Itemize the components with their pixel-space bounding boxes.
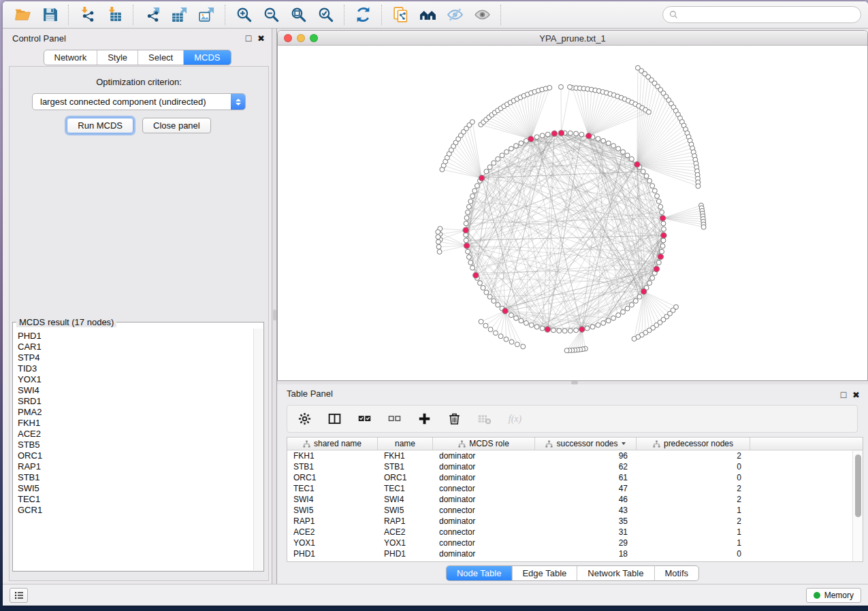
graph-node[interactable]	[579, 132, 584, 137]
mcds-hub-node[interactable]	[661, 233, 667, 239]
hide-selected-button[interactable]	[441, 4, 468, 26]
graph-node[interactable]	[646, 110, 651, 114]
export-table-button[interactable]	[165, 4, 193, 26]
delete-row-button[interactable]	[447, 412, 462, 426]
graph-node[interactable]	[509, 313, 513, 318]
graph-node[interactable]	[551, 328, 556, 333]
zoom-fit-button[interactable]	[285, 4, 312, 26]
mcds-hub-node[interactable]	[585, 133, 592, 139]
graph-node[interactable]	[558, 84, 563, 89]
column-header-successor-nodes[interactable]: successor nodes	[535, 437, 637, 450]
table-row[interactable]: FKH1FKH1dominator962	[287, 450, 852, 461]
graph-node[interactable]	[633, 299, 638, 303]
graph-node[interactable]	[656, 199, 661, 203]
graph-node[interactable]	[468, 199, 473, 203]
refresh-layout-button[interactable]	[349, 4, 376, 26]
graph-node[interactable]	[621, 310, 626, 314]
graph-node[interactable]	[661, 221, 666, 226]
graph-node[interactable]	[606, 141, 611, 146]
mcds-hub-node[interactable]	[558, 130, 564, 136]
table-row[interactable]: ORC1ORC1dominator610	[287, 472, 852, 483]
network-file-button[interactable]	[387, 4, 414, 26]
graph-node[interactable]	[650, 184, 655, 188]
import-table-button[interactable]	[101, 4, 128, 26]
run-mcds-button[interactable]: Run MCDS	[67, 118, 133, 133]
graph-node[interactable]	[647, 280, 652, 285]
graph-node[interactable]	[484, 290, 489, 295]
graph-node[interactable]	[524, 320, 528, 325]
graph-node[interactable]	[625, 153, 630, 158]
table-row[interactable]: SWI5SWI5connector431	[287, 505, 852, 516]
open-file-button[interactable]	[9, 4, 36, 26]
graph-node[interactable]	[652, 188, 657, 193]
graph-node[interactable]	[557, 329, 562, 333]
graph-node[interactable]	[658, 204, 663, 209]
graph-node[interactable]	[529, 323, 534, 327]
graph-node[interactable]	[504, 337, 509, 342]
graph-node[interactable]	[475, 184, 479, 188]
graph-node[interactable]	[534, 325, 539, 329]
mcds-hub-node[interactable]	[473, 272, 479, 278]
graph-node[interactable]	[481, 285, 485, 290]
mcds-result-item[interactable]: GCR1	[18, 505, 253, 516]
mcds-hub-node[interactable]	[579, 327, 585, 333]
graph-node[interactable]	[590, 325, 595, 329]
graph-node[interactable]	[487, 295, 492, 299]
save-session-button[interactable]	[36, 4, 63, 26]
graph-node[interactable]	[650, 276, 655, 280]
network-window-titlebar[interactable]: YPA_prune.txt_1	[278, 31, 867, 46]
mcds-hub-node[interactable]	[641, 288, 647, 295]
float-panel-icon[interactable]	[841, 389, 846, 401]
mcds-result-item[interactable]: ORC1	[18, 450, 253, 461]
column-header-predecessor-nodes[interactable]: predecessor nodes	[637, 437, 750, 450]
mcds-hub-node[interactable]	[464, 243, 470, 249]
mcds-result-item[interactable]: TID3	[18, 363, 253, 374]
graph-node[interactable]	[464, 216, 469, 220]
mcds-hub-node[interactable]	[634, 161, 641, 167]
mcds-result-item[interactable]: ACE2	[18, 429, 253, 440]
mcds-result-item[interactable]: RAP1	[18, 461, 253, 472]
export-network-button[interactable]	[138, 4, 165, 26]
scrollbar-thumb[interactable]	[855, 455, 861, 517]
graph-node[interactable]	[515, 342, 519, 347]
graph-node[interactable]	[629, 156, 634, 161]
tab-edge-table[interactable]: Edge Table	[511, 566, 577, 580]
graph-node[interactable]	[585, 326, 590, 331]
import-network-button[interactable]	[74, 4, 101, 26]
graph-node[interactable]	[521, 344, 526, 349]
graph-node[interactable]	[701, 225, 706, 229]
mcds-hub-node[interactable]	[479, 175, 485, 181]
graph-node[interactable]	[601, 138, 606, 143]
graph-node[interactable]	[660, 210, 664, 215]
graph-node[interactable]	[696, 184, 701, 188]
graph-node[interactable]	[484, 169, 489, 174]
graph-node[interactable]	[656, 260, 661, 265]
show-all-button[interactable]	[468, 4, 496, 26]
tab-style[interactable]: Style	[97, 50, 138, 65]
graph-node[interactable]	[567, 84, 572, 89]
graph-node[interactable]	[466, 204, 471, 209]
add-row-button[interactable]	[417, 412, 432, 426]
mcds-result-item[interactable]: SRD1	[18, 396, 253, 407]
mcds-hub-node[interactable]	[658, 254, 664, 260]
mcds-result-item[interactable]: PHD1	[18, 331, 253, 342]
graph-node[interactable]	[466, 249, 470, 254]
graph-node[interactable]	[466, 254, 471, 259]
graph-node[interactable]	[472, 188, 477, 193]
graph-node[interactable]	[487, 165, 492, 169]
mcds-hub-node[interactable]	[654, 266, 660, 272]
graph-node[interactable]	[547, 85, 552, 90]
table-row[interactable]: PHD1PHD1dominator180	[287, 548, 852, 559]
mcds-result-list[interactable]: PHD1CAR1STP4TID3YOX1SWI4SRD1PMA2FKH1ACE2…	[14, 329, 253, 570]
close-panel-button[interactable]: Close panel	[142, 118, 211, 133]
graph-node[interactable]	[492, 161, 496, 165]
graph-node[interactable]	[660, 249, 664, 254]
graph-node[interactable]	[661, 238, 666, 243]
graph-node[interactable]	[493, 331, 498, 335]
splitter-handle[interactable]	[273, 310, 276, 320]
graph-node[interactable]	[540, 326, 545, 331]
tab-node-table[interactable]: Node Table	[447, 566, 512, 580]
graph-node[interactable]	[568, 131, 573, 135]
graph-node[interactable]	[509, 146, 513, 151]
tab-select[interactable]: Select	[138, 50, 183, 65]
